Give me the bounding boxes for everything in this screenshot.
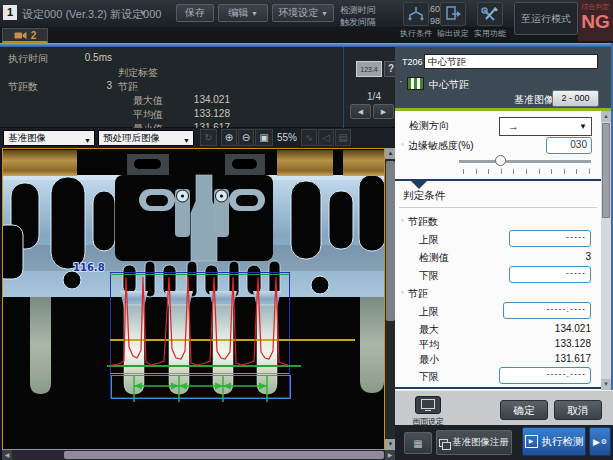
camera-icon bbox=[14, 31, 27, 40]
execute-label: 执行检测 bbox=[542, 435, 584, 449]
pitch-header: 节距 bbox=[118, 80, 138, 94]
exec-conditions-button[interactable] bbox=[403, 2, 429, 26]
pc-lower-input[interactable]: ----- bbox=[509, 266, 591, 283]
settings-scroll-thumb[interactable] bbox=[602, 123, 610, 218]
pitch-count-bullet: ◦ bbox=[401, 216, 404, 225]
undo-view-button[interactable]: ◁ bbox=[318, 129, 334, 146]
p-upper-input[interactable]: -----.---- bbox=[503, 302, 591, 319]
execute-options-button[interactable]: ▶⚙ bbox=[589, 427, 611, 456]
p-lower-input[interactable]: -----.---- bbox=[499, 367, 591, 384]
p-avg-value: 133.128 bbox=[505, 338, 591, 349]
settings-scroll-down-icon[interactable]: ▼ bbox=[601, 379, 611, 390]
edit-menu-button[interactable]: 编辑 ▼ bbox=[218, 4, 268, 22]
utility-button[interactable] bbox=[477, 2, 503, 26]
max-value: 134.021 bbox=[170, 94, 230, 105]
play-gear-icon: ▶ bbox=[593, 437, 600, 447]
zoom-out-button[interactable]: ⊖ bbox=[238, 129, 254, 146]
p-min-value: 131.617 bbox=[505, 353, 591, 364]
screen-setting-button[interactable] bbox=[415, 396, 441, 414]
pc-detect-label: 检测值 bbox=[419, 251, 449, 265]
gear-icon: ⚙ bbox=[601, 438, 607, 446]
pc-lower-label: 下限 bbox=[419, 269, 439, 283]
image-viewport[interactable]: 116.8 bbox=[2, 148, 385, 450]
pitch-count-value: 3 bbox=[56, 80, 112, 91]
sensitivity-slider-track[interactable] bbox=[459, 160, 591, 164]
max-label: 最大值 bbox=[133, 94, 163, 108]
pitch-bullet: ◦ bbox=[401, 288, 404, 297]
tree-item-label[interactable]: 中心节距 bbox=[429, 78, 469, 92]
output-settings-button[interactable] bbox=[440, 2, 466, 26]
utility-label: 实用功能 bbox=[468, 28, 512, 39]
fit-view-button[interactable]: ▣ bbox=[255, 129, 273, 146]
zoom-in-button[interactable]: ⊕ bbox=[221, 129, 237, 146]
pc-upper-label: 上限 bbox=[419, 233, 439, 247]
multi-view-button[interactable]: ▤ bbox=[335, 129, 351, 146]
register-label: 基准图像注册 bbox=[452, 436, 509, 449]
cancel-button[interactable]: 取消 bbox=[554, 400, 602, 420]
exec-time-value: 0.5ms bbox=[56, 52, 112, 63]
pitch-section-label: 节距 bbox=[408, 287, 428, 301]
vertical-scroll-thumb[interactable] bbox=[386, 161, 395, 321]
run-mode-button[interactable]: 至运行模式 bbox=[514, 2, 578, 35]
image-source-value: 基准图像 bbox=[8, 132, 46, 143]
ok-button[interactable]: 确定 bbox=[500, 400, 548, 420]
camera-tab-number: 2 bbox=[31, 30, 37, 41]
ref-image-button[interactable]: 2 - 000 bbox=[552, 90, 599, 107]
setting-number-badge: 1 bbox=[3, 5, 17, 20]
scroll-right-icon[interactable]: ▶ bbox=[385, 450, 395, 460]
numeric-display-button[interactable]: 123.4 bbox=[356, 61, 382, 77]
display-mode-value: 预处理后图像 bbox=[103, 132, 160, 143]
tool-header-panel: T206 中心节距 · 中心节距 基准图像 2 - 000 bbox=[395, 47, 613, 108]
setting-dropdown-icon[interactable]: ▼ bbox=[139, 9, 147, 18]
image-horizontal-scrollbar[interactable]: ◀ ▶ bbox=[2, 450, 395, 460]
lead-frame-plate bbox=[3, 175, 384, 297]
trigger-interval-label: 触发间隔 bbox=[340, 16, 376, 29]
profile-view-button[interactable]: ∿ bbox=[301, 129, 317, 146]
environment-menu-label: 环境设定 bbox=[278, 7, 318, 18]
pc-upper-input[interactable]: ----- bbox=[509, 230, 591, 247]
pc-detect-value: 3 bbox=[515, 251, 591, 262]
measure-value-label: 116.8 bbox=[73, 262, 105, 273]
bottom-action-bar: ▦ 基准图像注册 ▶ 执行检测 ▶⚙ bbox=[395, 425, 613, 460]
p-min-label: 最小 bbox=[419, 353, 439, 367]
detect-direction-dropdown-icon: ▼ bbox=[579, 122, 587, 131]
execute-detection-button[interactable]: ▶ 执行检测 bbox=[522, 427, 586, 456]
film-strip-button[interactable]: ▦ bbox=[404, 432, 432, 454]
detect-direction-label: 检测方向 bbox=[409, 119, 449, 133]
p-max-label: 最大 bbox=[419, 323, 439, 337]
prev-page-button[interactable]: ◀ bbox=[350, 104, 371, 119]
display-mode-dropdown[interactable]: 预处理后图像 ▼ bbox=[98, 130, 194, 146]
settings-scroll-up-icon[interactable]: ▲ bbox=[601, 111, 611, 122]
dialog-footer: 画面设定 确定 取消 bbox=[395, 390, 613, 425]
tool-name-input[interactable]: 中心节距 bbox=[424, 54, 598, 69]
camera-tab[interactable]: 2 bbox=[2, 28, 48, 43]
judgment-status-badge: NG bbox=[578, 12, 613, 32]
save-button[interactable]: 保存 bbox=[176, 4, 214, 22]
app-window: 1 设定000 (Ver.3.2) 新设定000 ▼ 保存 编辑 ▼ 环境设定 … bbox=[0, 0, 613, 460]
horizontal-scroll-thumb[interactable] bbox=[64, 451, 384, 459]
refresh-button[interactable]: ↻ bbox=[200, 129, 217, 146]
ref-image-label: 基准图像 bbox=[514, 93, 554, 107]
environment-menu-button[interactable]: 环境设定 ▼ bbox=[272, 4, 334, 22]
edit-dropdown-icon: ▼ bbox=[251, 10, 258, 17]
scroll-left-icon[interactable]: ◀ bbox=[2, 450, 12, 460]
next-page-button[interactable]: ▶ bbox=[373, 104, 394, 119]
section-divider-arrow bbox=[411, 181, 427, 189]
settings-scrollbar[interactable]: ▲ ▼ bbox=[601, 111, 611, 390]
image-source-dropdown[interactable]: 基准图像 ▼ bbox=[3, 130, 95, 146]
settings-panel: 检测方向 → ▼ ◦ 边缘敏感度(%) 030 判定条件 ◦ 节距数 上限 --… bbox=[395, 111, 601, 390]
p-upper-label: 上限 bbox=[419, 305, 439, 319]
overall-judgment-panel: 综合判定 NG bbox=[578, 0, 613, 41]
info-divider bbox=[343, 47, 344, 128]
film-strip-icon: ▦ bbox=[413, 438, 422, 449]
zoom-level: 55% bbox=[277, 132, 297, 143]
edge-sensitivity-input[interactable]: 030 bbox=[546, 137, 592, 154]
register-ref-image-button[interactable]: 基准图像注册 bbox=[436, 430, 512, 455]
thin-divider bbox=[399, 207, 597, 208]
register-icon bbox=[439, 439, 448, 447]
detect-direction-dropdown[interactable]: → ▼ bbox=[499, 117, 592, 136]
detect-direction-value: → bbox=[508, 120, 519, 132]
environment-dropdown-icon: ▼ bbox=[321, 10, 328, 17]
sensitivity-slider-thumb[interactable] bbox=[495, 155, 506, 166]
pitch-tool-icon bbox=[407, 77, 424, 90]
